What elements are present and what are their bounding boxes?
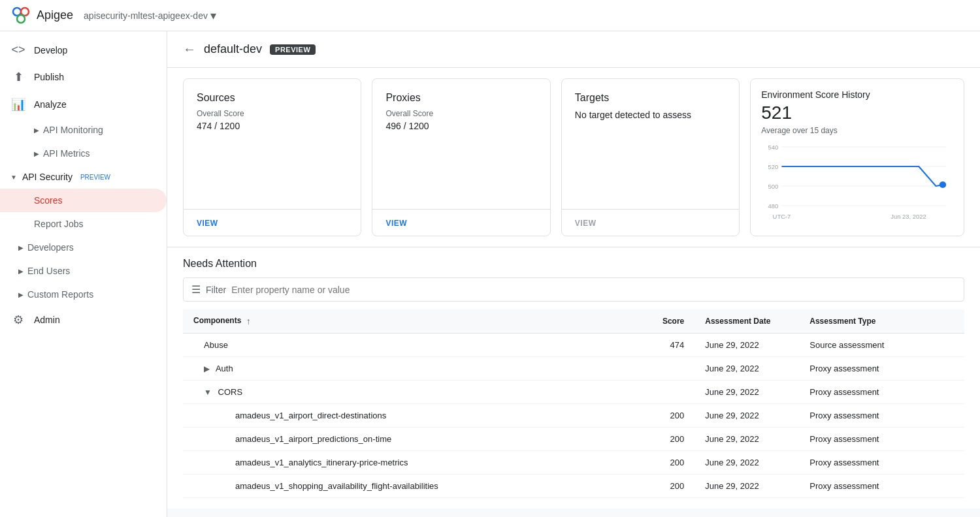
report-jobs-label: Report Jobs	[34, 219, 83, 229]
type-cell: Proxy assessment	[799, 381, 964, 404]
targets-no-target-text: No target detected to assess	[575, 109, 726, 122]
score-cell	[642, 381, 694, 404]
targets-card-body: Targets No target detected to assess	[562, 79, 739, 209]
svg-text:520: 520	[768, 164, 779, 170]
type-cell: Proxy assessment	[799, 404, 964, 428]
date-cell: June 29, 2022	[694, 357, 799, 381]
sidebar-item-scores[interactable]: Scores	[0, 189, 167, 212]
env-score-history-card: Environment Score History 521 Average ov…	[750, 78, 964, 236]
sidebar-api-monitoring-label: API Monitoring	[43, 125, 103, 135]
developers-expand-icon: ▶	[18, 244, 24, 251]
type-cell: Source assessment	[799, 334, 964, 357]
sidebar-item-custom-reports[interactable]: ▶ Custom Reports	[0, 283, 167, 306]
component-cell: amadeus_v1_analytics_itinerary-price-met…	[183, 451, 642, 475]
svg-point-11	[939, 181, 946, 188]
env-selector[interactable]: apisecurity-mltest-apigeex-dev ▾	[84, 8, 216, 23]
sidebar-item-develop[interactable]: <> Develop	[0, 37, 167, 63]
api-security-preview-badge: PREVIEW	[80, 174, 110, 181]
sources-overall-label: Overall Score	[197, 109, 348, 118]
score-cell: 200	[642, 451, 694, 475]
admin-label: Admin	[34, 315, 60, 325]
env-dropdown-arrow: ▾	[210, 8, 216, 23]
component-cell: Abuse	[183, 334, 642, 357]
sidebar-item-admin[interactable]: ⚙ Admin	[0, 306, 167, 334]
expand-arrow-icon[interactable]: ▼	[204, 388, 212, 397]
admin-icon: ⚙	[10, 313, 26, 327]
proxies-view-link[interactable]: VIEW	[385, 219, 407, 228]
sidebar: <> Develop ⬆ Publish 📊 Analyze ▶ API Mon…	[0, 31, 167, 517]
component-name: amadeus_v1_airport_predictions_on-time	[235, 434, 391, 444]
sources-view-link[interactable]: VIEW	[197, 219, 218, 228]
main-layout: <> Develop ⬆ Publish 📊 Analyze ▶ API Mon…	[0, 31, 980, 517]
table-body: Abuse 474 June 29, 2022 Source assessmen…	[183, 334, 964, 498]
sources-card-body: Sources Overall Score 474 / 1200	[184, 79, 361, 209]
svg-text:UTC-7: UTC-7	[773, 213, 791, 220]
end-users-expand-icon: ▶	[18, 268, 24, 275]
env-score-history-title: Environment Score History	[761, 89, 953, 100]
targets-card-title: Targets	[575, 92, 726, 104]
sources-card-title: Sources	[197, 92, 348, 104]
custom-reports-label: Custom Reports	[27, 289, 93, 300]
targets-view-link: VIEW	[575, 219, 596, 228]
sidebar-item-api-monitoring[interactable]: ▶ API Monitoring	[0, 118, 167, 142]
svg-text:Jun 23, 2022: Jun 23, 2022	[891, 213, 927, 220]
col-assessment-type: Assessment Type	[799, 309, 964, 334]
svg-text:540: 540	[768, 144, 779, 151]
score-cell: 200	[642, 404, 694, 428]
custom-reports-expand-icon: ▶	[18, 291, 24, 298]
score-cell: 200	[642, 428, 694, 451]
env-score-chart: 540 520 500 480 UTC-7 Jun 23, 2022	[761, 140, 953, 225]
expand-arrow-icon[interactable]: ▶	[204, 364, 210, 373]
content-header: ← default-dev PREVIEW	[167, 31, 980, 68]
needs-attention-title: Needs Attention	[183, 258, 964, 270]
component-cell: ▼ CORS	[183, 381, 642, 404]
sidebar-item-api-metrics[interactable]: ▶ API Metrics	[0, 142, 167, 165]
component-cell: amadeus_v1_airport_direct-destinations	[183, 404, 642, 428]
sort-icon[interactable]: ↑	[246, 316, 251, 326]
content-area: ← default-dev PREVIEW Sources Overall Sc…	[167, 31, 980, 517]
proxies-card-footer: VIEW	[372, 209, 549, 236]
sidebar-item-developers[interactable]: ▶ Developers	[0, 236, 167, 259]
component-cell: amadeus_v1_shopping_availability_flight-…	[183, 475, 642, 498]
sidebar-item-end-users[interactable]: ▶ End Users	[0, 259, 167, 283]
col-components: Components ↑	[183, 309, 642, 334]
sidebar-item-api-security[interactable]: ▼ API Security PREVIEW	[0, 165, 167, 189]
sidebar-item-publish[interactable]: ⬆ Publish	[0, 63, 167, 91]
filter-bar: ☰ Filter	[183, 277, 964, 302]
sidebar-item-analyze[interactable]: 📊 Analyze	[0, 91, 167, 118]
env-score-history-body: Environment Score History 521 Average ov…	[751, 79, 964, 236]
component-cell: ▶ Auth	[183, 357, 642, 381]
score-cards-row: Sources Overall Score 474 / 1200 VIEW Pr…	[167, 68, 980, 247]
logo: Apigee	[10, 5, 73, 26]
page-title: default-dev	[204, 42, 262, 56]
api-metrics-expand-icon: ▶	[34, 150, 39, 157]
component-name: amadeus_v1_shopping_availability_flight-…	[235, 481, 438, 491]
table-header: Components ↑ Score Assessment Date Asses…	[183, 309, 964, 334]
api-security-expand-icon: ▼	[10, 174, 17, 181]
sidebar-publish-label: Publish	[34, 72, 64, 82]
svg-point-2	[17, 15, 25, 23]
back-button[interactable]: ←	[183, 42, 196, 57]
apigee-logo-icon	[10, 5, 31, 26]
sources-card: Sources Overall Score 474 / 1200 VIEW	[183, 78, 361, 236]
sources-score: 474 / 1200	[197, 121, 348, 131]
preview-tag: PREVIEW	[270, 44, 316, 55]
filter-input[interactable]	[231, 285, 956, 295]
type-cell: Proxy assessment	[799, 451, 964, 475]
table-row: amadeus_v1_analytics_itinerary-price-met…	[183, 451, 964, 475]
api-security-label: API Security	[22, 172, 73, 182]
proxies-card: Proxies Overall Score 496 / 1200 VIEW	[372, 78, 550, 236]
needs-attention-section: Needs Attention ☰ Filter Components ↑ Sc…	[167, 247, 980, 509]
filter-label: Filter	[206, 285, 226, 295]
sidebar-item-report-jobs[interactable]: Report Jobs	[0, 212, 167, 236]
proxies-card-title: Proxies	[385, 92, 536, 104]
date-cell: June 29, 2022	[694, 404, 799, 428]
sidebar-develop-label: Develop	[34, 45, 67, 55]
component-name: Abuse	[204, 340, 228, 350]
sources-card-footer: VIEW	[184, 209, 361, 236]
date-cell: June 29, 2022	[694, 334, 799, 357]
sidebar-api-metrics-label: API Metrics	[43, 148, 90, 159]
api-monitoring-expand-icon: ▶	[34, 127, 39, 134]
score-cell	[642, 357, 694, 381]
develop-icon: <>	[10, 43, 26, 57]
